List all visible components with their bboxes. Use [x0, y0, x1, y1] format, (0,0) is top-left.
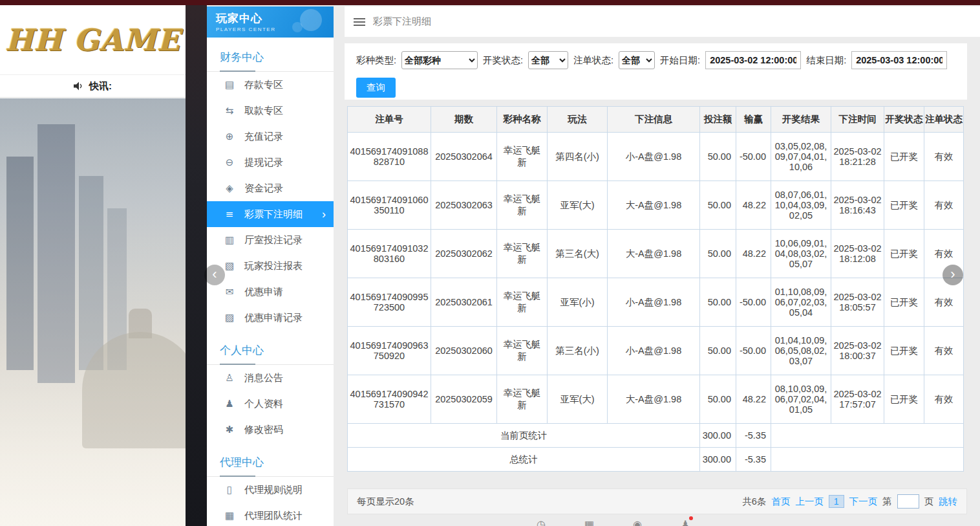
summary-bet-total: 300.00	[700, 424, 736, 448]
sidebar-item-label: 代理规则说明	[244, 484, 303, 496]
current-page[interactable]: 1	[829, 495, 844, 508]
sidebar-item-change-password[interactable]: ✱ 修改密码	[207, 417, 334, 443]
table-row: 401569174090963750920 20250302060 幸运飞艇新 …	[348, 327, 964, 375]
left-panel: HH GAME 快讯:	[0, 5, 186, 526]
summary-winloss-total: -5.35	[736, 424, 771, 448]
speaker-icon	[74, 82, 84, 91]
sidebar-item-label: 厅室投注记录	[244, 234, 303, 247]
hall-record-icon: ▥	[222, 234, 237, 246]
sidebar-item-label: 个人资料	[244, 398, 283, 410]
sidebar: 玩家中心 PLAYERS CENTER 财务中心 ▤ 存款专区 ⇆ 取款专区 ⊕…	[207, 6, 334, 526]
menu-icon[interactable]	[354, 18, 365, 26]
page-suffix: 页	[924, 496, 934, 508]
sidebar-item-label: 彩票下注明细	[244, 208, 303, 221]
col-header: 注单号	[348, 107, 431, 133]
summary-row-grand-total: 总统计 300.00 -5.35	[348, 448, 964, 472]
table-row: 401569174091032803160 20250302062 幸运飞艇新 …	[348, 230, 964, 278]
profile-icon: ♟	[222, 398, 237, 410]
filter-panel: 彩种类型: 全部彩种 开奖状态: 全部 注单状态: 全部 开始日期: 结束日期:…	[345, 43, 967, 100]
haze-overlay	[0, 98, 186, 526]
sidebar-item-label: 玩家投注报表	[244, 260, 303, 272]
sidebar-item-label: 代理团队统计	[244, 510, 303, 522]
news-label: 快讯:	[89, 80, 112, 93]
table-row: 401569174090942731570 20250302059 幸运飞艇新 …	[348, 375, 964, 424]
sidebar-item-promo-apply-records[interactable]: ▨ 优惠申请记录	[207, 305, 334, 331]
password-icon: ✱	[222, 424, 237, 435]
col-header: 下注信息	[608, 107, 700, 133]
bet-status-select[interactable]: 全部	[619, 51, 655, 69]
sidebar-item-hall-bet-records[interactable]: ▥ 厅室投注记录	[207, 227, 334, 253]
col-header: 期数	[431, 107, 497, 133]
sidebar-item-label: 消息公告	[244, 372, 283, 384]
page: { "colors": { "accent": "#1E9FFF", "top_…	[0, 0, 980, 526]
end-date-input[interactable]	[851, 51, 947, 69]
table-header-row: 注单号 期数 彩种名称 玩法 下注信息 投注额 输赢 开奖结果 下注时间 开奖状…	[348, 107, 964, 133]
pagination-controls: 共6条 首页 上一页 1 下一页 第 页 跳转	[742, 494, 957, 509]
sidebar-item-promo-apply[interactable]: ✉ 优惠申请	[207, 279, 334, 305]
rules-doc-icon: ▯	[222, 484, 237, 496]
page-jump-input[interactable]	[897, 494, 919, 509]
bet-table: 注单号 期数 彩种名称 玩法 下注信息 投注额 输赢 开奖结果 下注时间 开奖状…	[347, 106, 964, 472]
jump-link[interactable]: 跳转	[939, 496, 957, 508]
lottery-type-select[interactable]: 全部彩种	[401, 51, 478, 69]
sidebar-item-withdraw-zone[interactable]: ⇆ 取款专区	[207, 98, 334, 124]
sidebar-item-profile[interactable]: ♟ 个人资料	[207, 391, 334, 417]
carousel-right-arrow[interactable]: ›	[943, 265, 963, 285]
page-prefix: 第	[882, 496, 892, 508]
promo-record-icon: ▨	[222, 312, 237, 323]
draw-status-label: 开奖状态:	[483, 54, 523, 67]
col-header: 输赢	[736, 107, 771, 133]
logo[interactable]: HH GAME	[0, 5, 186, 74]
sidebar-item-lottery-bet-details[interactable]: ≡ 彩票下注明细 ›	[207, 201, 334, 227]
sidebar-item-label: 充值记录	[244, 131, 283, 143]
withdraw-icon: ⇆	[222, 105, 237, 116]
col-header: 开奖结果	[771, 107, 831, 133]
top-strip	[0, 0, 980, 5]
table-row: 401569174091088828710 20250302064 幸运飞艇新 …	[348, 133, 964, 181]
funds-icon: ◈	[222, 182, 237, 194]
draw-status-select[interactable]: 全部	[528, 51, 568, 69]
total-count: 共6条	[742, 496, 766, 508]
sidebar-item-agent-rules[interactable]: ▯ 代理规则说明	[207, 477, 334, 503]
city-background-image	[0, 98, 186, 526]
next-page-link[interactable]: 下一页	[849, 496, 878, 508]
end-date-label: 结束日期:	[806, 54, 846, 67]
logo-text: HH GAME	[5, 23, 180, 58]
quick-icon-3[interactable]: ◉	[633, 518, 642, 526]
chevron-right-icon: ›	[322, 208, 326, 220]
withdrawal-record-icon: ⊖	[222, 157, 237, 168]
summary-row-current-page: 当前页统计 300.00 -5.35	[348, 424, 964, 448]
lottery-type-label: 彩种类型:	[356, 54, 396, 67]
search-button[interactable]: 查询	[356, 78, 396, 98]
sidebar-item-withdraw-records[interactable]: ⊖ 提现记录	[207, 149, 334, 175]
table-row: 401569174091060350110 20250302063 幸运飞艇新 …	[348, 181, 964, 230]
sidebar-item-player-bet-report[interactable]: ▧ 玩家投注报表	[207, 253, 334, 279]
summary-winloss-total: -5.35	[736, 448, 771, 472]
prev-page-link[interactable]: 上一页	[795, 496, 824, 508]
sidebar-item-recharge-records[interactable]: ⊕ 充值记录	[207, 124, 334, 149]
col-header: 投注额	[700, 107, 736, 133]
sidebar-item-deposit[interactable]: ▤ 存款专区	[207, 72, 334, 98]
col-header: 彩种名称	[497, 107, 548, 133]
carousel-left-arrow[interactable]: ‹	[204, 265, 225, 285]
page-gutter	[186, 5, 207, 526]
start-date-label: 开始日期:	[660, 54, 700, 67]
quick-icon-4[interactable]: ♟	[681, 518, 690, 526]
bottom-quick-icons: ◷ ▦ ◉ ♟	[537, 518, 690, 526]
sidebar-item-label: 取款专区	[244, 105, 283, 117]
sidebar-item-agent-team-stats[interactable]: ▦ 代理团队统计	[207, 503, 334, 526]
per-page-label: 每页显示20条	[357, 496, 414, 508]
quick-icon-2[interactable]: ▦	[584, 518, 594, 526]
content-topbar: 彩票下注明细	[345, 6, 980, 37]
report-icon: ▧	[222, 260, 237, 272]
sidebar-item-label: 存款专区	[244, 79, 283, 91]
sidebar-item-messages[interactable]: ♙ 消息公告	[207, 365, 334, 391]
sidebar-item-label: 修改密码	[244, 424, 283, 436]
quick-icon-1[interactable]: ◷	[537, 518, 546, 526]
first-page-link[interactable]: 首页	[771, 496, 790, 508]
sidebar-section-finance: 财务中心	[207, 41, 334, 72]
sidebar-item-fund-records[interactable]: ◈ 资金记录	[207, 175, 334, 201]
start-date-input[interactable]	[705, 51, 801, 69]
col-header: 开奖状态	[884, 107, 924, 133]
news-ticker: 快讯:	[0, 74, 186, 98]
